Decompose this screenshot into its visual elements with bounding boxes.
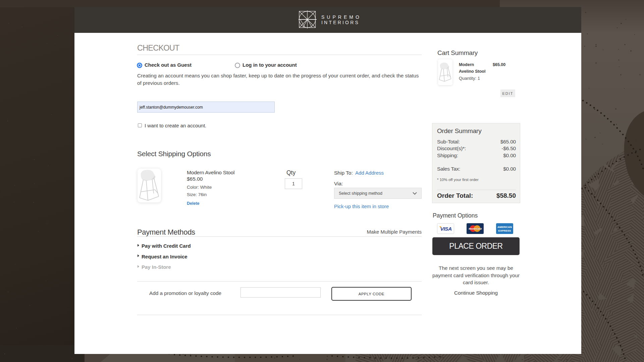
svg-text:MasterCard: MasterCard	[469, 227, 482, 230]
svg-text:EXPRESS: EXPRESS	[498, 229, 511, 232]
svg-text:AMERICAN: AMERICAN	[497, 226, 512, 229]
svg-text:VISA: VISA	[440, 226, 451, 232]
